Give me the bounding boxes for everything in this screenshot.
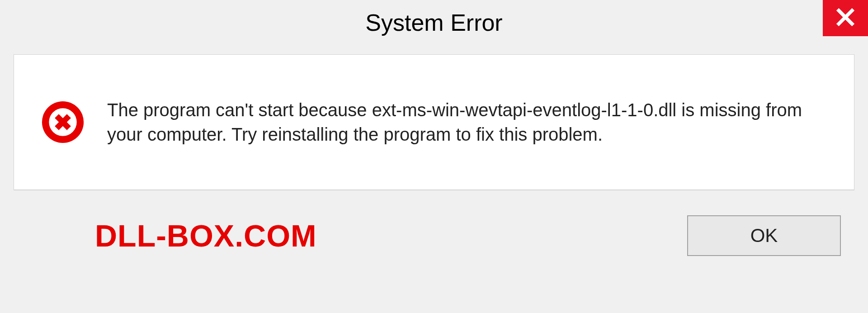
- ok-button[interactable]: OK: [687, 215, 841, 256]
- dialog-title: System Error: [365, 9, 502, 36]
- close-button[interactable]: [823, 0, 868, 36]
- title-bar: System Error: [0, 0, 868, 45]
- brand-watermark: DLL-BOX.COM: [95, 218, 317, 253]
- error-icon: [41, 100, 85, 144]
- message-panel: The program can't start because ext-ms-w…: [14, 54, 854, 190]
- footer-bar: DLL-BOX.COM OK: [14, 190, 854, 280]
- error-message: The program can't start because ext-ms-w…: [107, 98, 818, 147]
- close-icon: [835, 7, 855, 29]
